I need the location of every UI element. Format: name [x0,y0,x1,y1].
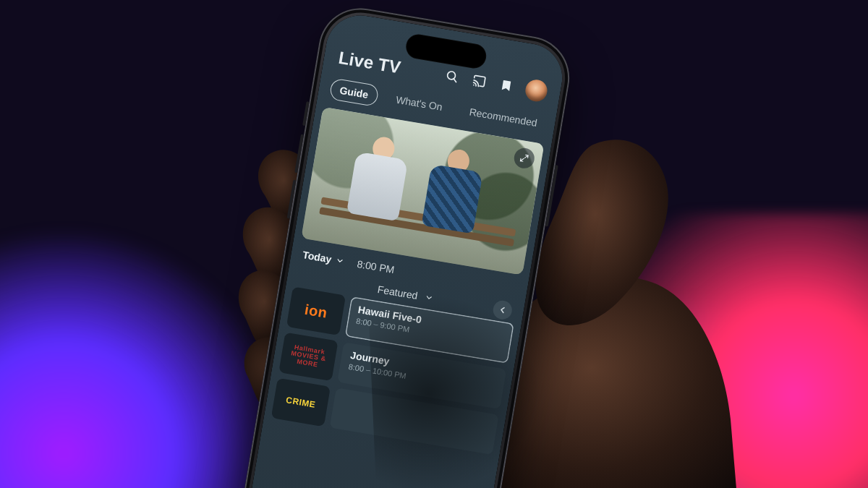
day-label: Today [302,249,332,265]
section-title: Featured [377,283,419,301]
bookmark-icon[interactable] [497,77,515,95]
avatar[interactable] [524,78,549,103]
background-glow [0,228,289,488]
chevron-down-icon [335,256,345,266]
app-screen: Live TV Guide [246,10,567,488]
time-label[interactable]: 8:00 PM [356,258,395,275]
channel-logo-hallmark[interactable]: Hallmark MOVIES & MORE [278,333,338,381]
svg-point-0 [447,71,456,80]
phone-device: Live TV Guide [238,2,576,488]
tab-whats-on[interactable]: What's On [386,88,452,119]
chevron-down-icon[interactable] [424,293,434,303]
tab-recommended[interactable]: Recommended [459,100,548,134]
svg-point-2 [473,85,475,86]
tab-guide[interactable]: Guide [329,78,380,107]
svg-line-1 [454,79,457,82]
background-glow [571,213,868,488]
search-icon[interactable] [443,67,461,85]
channel-logo-crime[interactable]: CRIME [271,378,331,427]
scroll-left-button[interactable] [492,299,514,321]
phone-frame: Live TV Guide [238,2,576,488]
phone-bezel: Live TV Guide [246,10,567,488]
cast-icon[interactable] [470,72,488,90]
day-picker[interactable]: Today [302,249,345,267]
